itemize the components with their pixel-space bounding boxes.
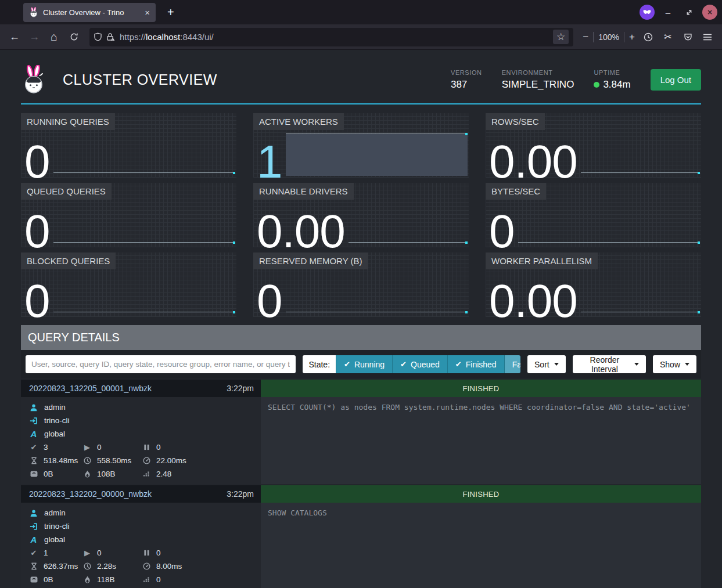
home-button[interactable]: ⌂ (45, 28, 63, 46)
metric-value: 0.00 (257, 212, 345, 251)
query-sql-text: SELECT COUNT(*) as nodes FROM system.run… (261, 397, 701, 484)
reload-button[interactable] (65, 28, 82, 46)
zoom-in-button[interactable]: + (629, 31, 635, 43)
environment-label: ENVIRONMENT (502, 69, 574, 76)
sort-dropdown[interactable]: Sort (527, 355, 566, 373)
chevron-down-icon (554, 363, 559, 366)
query-details-title: QUERY DETAILS (21, 325, 701, 350)
cpu-time-gauge-icon (142, 457, 151, 464)
tab-bar: Cluster Overview - Trino × + – × (0, 0, 722, 24)
completed-splits-icon: ✔ (29, 549, 38, 557)
restore-button[interactable] (681, 5, 696, 20)
sparkline (53, 172, 236, 174)
shield-icon[interactable] (94, 33, 102, 41)
query-time: 3:22pm (227, 384, 254, 393)
metric-card-blocked-queries: BLOCKED QUERIES 0 (21, 252, 236, 317)
query-id-link[interactable]: 20220823_132205_00001_nwbzk (29, 384, 152, 393)
pocket-icon[interactable] (679, 28, 696, 46)
filter-queued-button[interactable]: ✔Queued (392, 355, 447, 373)
navigation-toolbar: ← → ⌂ htt (0, 24, 722, 50)
query-filter-toolbar: State: ✔Running ✔Queued ✔Finished Failed… (21, 350, 701, 378)
tab-close-icon[interactable]: × (143, 8, 151, 17)
metric-value: 0.00 (489, 143, 577, 181)
cluster-status: VERSION 387 ENVIRONMENT SIMPLE_TRINO UPT… (451, 69, 701, 91)
query-resource-group: global (44, 535, 65, 544)
wall-time-hourglass-icon (29, 562, 38, 570)
history-clock-icon[interactable] (640, 28, 657, 46)
elapsed-time-clock-icon (82, 562, 92, 570)
running-splits: 0 (97, 443, 102, 452)
metric-value: 0 (24, 212, 50, 251)
metric-label: RESERVED MEMORY (B) (253, 252, 368, 269)
menu-hamburger-icon[interactable] (699, 28, 716, 46)
user-icon (29, 509, 38, 517)
filter-failed-dropdown[interactable]: Failed (504, 355, 520, 373)
zoom-level[interactable]: 100% (598, 33, 619, 42)
zoom-controls: − 100% + (580, 31, 637, 43)
query-source: trino-cli (44, 522, 70, 531)
screenshot-scissors-icon[interactable]: ✂ (659, 28, 677, 46)
query-stats-panel: admin trino-cli Aglobal ✔1 ▶0 0 626.37ms… (21, 503, 261, 588)
uptime-stat: UPTIME 3.84m (594, 69, 630, 91)
reorder-interval-dropdown[interactable]: Reorder Interval (573, 355, 646, 373)
query-time: 3:22pm (227, 489, 254, 499)
browser-tab[interactable]: Cluster Overview - Trino × (23, 3, 156, 22)
bookmark-star-icon[interactable]: ☆ (553, 30, 569, 44)
resource-group-icon: A (29, 535, 38, 544)
forward-button[interactable]: → (26, 28, 43, 46)
filter-finished-button[interactable]: ✔Finished (447, 355, 504, 373)
queued-splits-pause-icon (142, 550, 151, 556)
url-bar[interactable]: https://localhost:8443/ui/ ☆ (89, 28, 573, 46)
wall-time: 626.37ms (44, 562, 78, 571)
source-sign-in-icon (29, 522, 38, 531)
page-title: CLUSTER OVERVIEW (63, 71, 217, 88)
environment-value: SIMPLE_TRINO (502, 79, 574, 91)
chevron-down-icon (634, 363, 639, 366)
metric-value: 0 (24, 282, 50, 320)
elapsed-time-clock-icon (82, 457, 92, 464)
metric-card-bytes-sec: BYTES/SEC 0 (486, 183, 701, 247)
wall-time-hourglass-icon (29, 457, 38, 464)
completed-splits: 1 (44, 549, 48, 557)
completed-splits: 3 (44, 443, 48, 452)
zoom-out-button[interactable]: − (583, 31, 588, 43)
metric-value: 0 (257, 282, 282, 320)
peak-memory: 118B (97, 575, 115, 584)
back-button[interactable]: ← (6, 28, 23, 46)
metric-value: 0 (489, 212, 515, 251)
metric-label: ACTIVE WORKERS (253, 113, 344, 130)
cpu-time-gauge-icon (142, 562, 151, 570)
metric-value: 0.00 (489, 282, 577, 320)
new-tab-button[interactable]: + (163, 5, 179, 20)
check-icon: ✔ (455, 360, 462, 369)
uptime-status-dot (594, 82, 599, 88)
source-sign-in-icon (29, 417, 38, 425)
query-search-input[interactable] (26, 355, 296, 373)
show-dropdown[interactable]: Show (653, 355, 696, 373)
current-memory: 0B (44, 575, 53, 584)
running-splits-play-icon: ▶ (82, 443, 92, 452)
peak-memory-flame-icon (82, 470, 92, 478)
trino-logo (21, 65, 46, 94)
version-stat: VERSION 387 (451, 69, 482, 91)
check-icon: ✔ (344, 360, 350, 369)
tab-title: Cluster Overview - Trino (43, 8, 139, 17)
metric-label: QUEUED QUERIES (21, 183, 112, 200)
window-controls: – × (640, 0, 717, 24)
minimize-button[interactable]: – (660, 5, 676, 20)
cpu-time: 22.00ms (156, 456, 186, 465)
filter-running-button[interactable]: ✔Running (336, 355, 392, 373)
close-window-button[interactable]: × (702, 5, 717, 20)
metric-card-reserved-memory: RESERVED MEMORY (B) 0 (253, 252, 469, 317)
metric-value: 1 (257, 143, 282, 181)
running-splits-play-icon: ▶ (82, 549, 92, 557)
query-id-link[interactable]: 20220823_132202_00000_nwbzk (29, 489, 152, 499)
elapsed-time: 2.28s (97, 562, 116, 571)
cumulative-memory: 2.48 (156, 470, 171, 478)
peak-memory-flame-icon (82, 576, 92, 583)
lock-warning-icon[interactable] (106, 33, 115, 41)
url-text[interactable]: https://localhost:8443/ui/ (120, 32, 548, 42)
query-source: trino-cli (44, 416, 70, 425)
logout-button[interactable]: Log Out (651, 69, 701, 91)
separator (593, 32, 594, 42)
